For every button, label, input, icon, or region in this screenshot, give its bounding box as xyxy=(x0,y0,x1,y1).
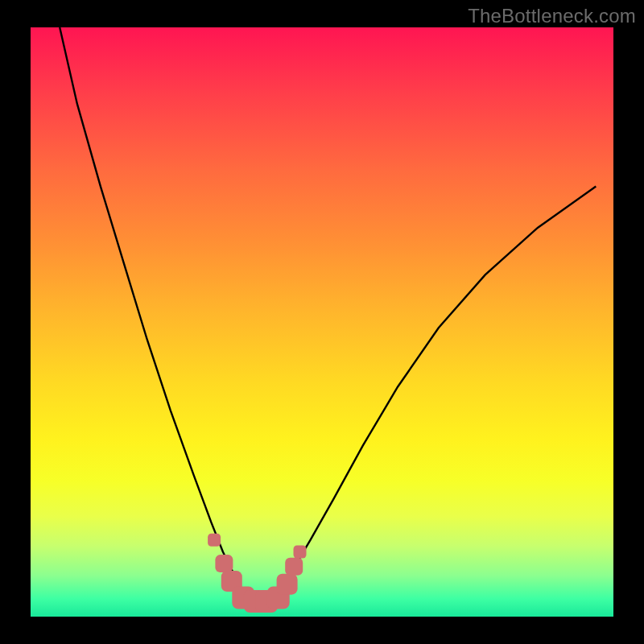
watermark-text: TheBottleneck.com xyxy=(468,5,636,27)
trough-markers xyxy=(208,534,306,613)
trough-marker xyxy=(285,558,303,576)
trough-marker xyxy=(208,534,221,547)
bottleneck-curve xyxy=(60,27,596,602)
trough-marker xyxy=(215,555,233,572)
trough-marker xyxy=(277,574,298,595)
curve-layer xyxy=(31,27,613,617)
chart-frame: TheBottleneck.com xyxy=(0,0,644,644)
trough-marker xyxy=(294,546,307,559)
plot-area xyxy=(31,27,613,617)
